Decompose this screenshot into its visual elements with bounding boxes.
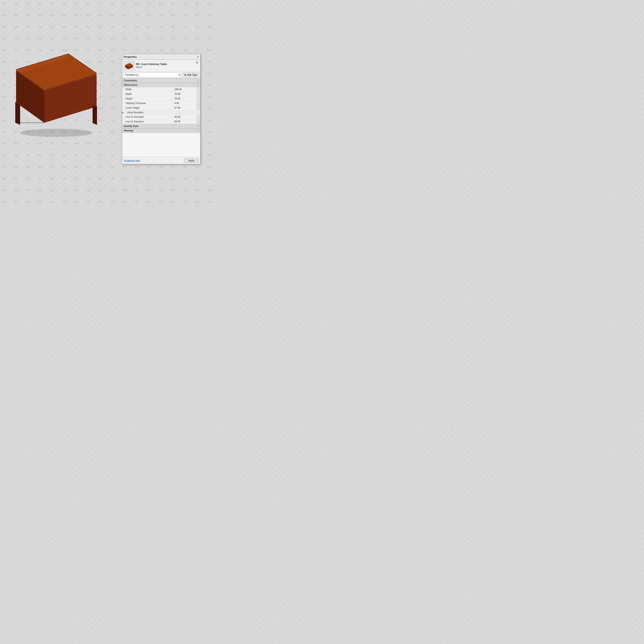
furniture-area [4,36,105,141]
panel-titlebar: Properties × [122,54,200,60]
dimensions-title: Dimensions [124,84,137,86]
svg-marker-17 [93,105,97,125]
prop-label-width: Width [122,88,172,91]
identity-data-arrow: » [197,125,199,127]
element-sub: Wood [136,66,194,69]
prop-btn-depth[interactable]: ⬜ [197,92,200,96]
identity-data-section-header[interactable]: Identity Data » [122,124,200,128]
prop-btn-line01-elevation[interactable]: ⬜ [197,115,200,119]
dimensions-arrow: « [197,84,199,86]
prop-btn-width[interactable]: ⬜ [197,87,200,92]
prop-row-height: Height 76.00 ⬜ [122,96,200,101]
constraints-section-header[interactable]: Constraints » [122,78,200,83]
prop-row-line01-elevation: Line 01 Elevation 30.00 ⬜ [122,115,200,119]
prop-row-tabletop-thickness: Tabletop Thickness 4.00 ⬜ [122,101,200,106]
panel-title: Properties [124,55,137,58]
panel-header: RD_Court Attorney Table Wood ▼ [122,60,200,72]
prop-row-width: Width 180.00 ⬜ [122,87,200,92]
prop-row-depth: Depth 76.00 ⬜ [122,92,200,96]
prop-value-cover-height: 57.00 [172,106,197,110]
element-thumbnail [124,62,134,70]
phasing-title: Phasing [124,129,133,132]
prop-label-depth: Depth [122,92,172,96]
svg-point-21 [20,129,93,137]
subsection-expand-icon: ▶ [122,111,124,114]
dimensions-section-header[interactable]: Dimensions « [122,83,200,87]
prop-label-cover-height: Cover Height [122,106,172,110]
svg-marker-15 [15,102,20,125]
prop-label-line01-elevation: Line 01 Elevation [122,115,172,119]
prop-value-height: 76.00 [172,97,197,100]
prop-btn-height[interactable]: ⬜ [197,96,200,101]
identity-data-title: Identity Data [124,125,138,128]
prop-subsection-lines-elevation[interactable]: ▶ Lines Elevation [122,110,200,115]
prop-value-line01-elevation: 30.00 [172,115,197,119]
prop-row-line02-elevation: Line 02 Elevation 50.00 ⬜ [122,119,200,124]
prop-value-width: 180.00 [172,88,197,91]
apply-button[interactable]: Apply [184,158,199,163]
constraints-title: Constraints [124,79,137,82]
prop-row-cover-height: Cover Height 57.00 ⬜ [122,106,200,110]
prop-value-line02-elevation: 50.00 [172,120,197,123]
panel-header-arrow: ▼ [195,61,199,65]
edit-type-button[interactable]: ⊞ Edit Type [183,72,199,77]
edit-type-icon: ⊞ [184,73,186,76]
phasing-section-header[interactable]: Phasing » [122,128,200,133]
furniture-svg [4,36,105,141]
prop-subsection-label: Lines Elevation [125,111,145,114]
element-name: RD_Court Attorney Table [136,63,194,66]
properties-panel: Properties × RD_Court Attorney Table Woo… [122,54,200,164]
panel-dropdown-row: Furniture (1) ⊞ Edit Type [122,72,200,78]
element-icon [124,61,134,70]
properties-help-link[interactable]: Properties help [124,159,140,162]
prop-btn-cover-height[interactable]: ⬜ [197,106,200,110]
edit-type-label: Edit Type [187,73,197,76]
constraints-arrow: » [197,79,199,82]
prop-label-line02-elevation: Line 02 Elevation [122,120,172,123]
prop-btn-line02-elevation[interactable]: ⬜ [197,119,200,124]
element-name-block: RD_Court Attorney Table Wood [136,63,194,69]
prop-value-depth: 76.00 [172,92,197,96]
prop-label-tabletop-thickness: Tabletop Thickness [122,101,172,105]
prop-value-tabletop-thickness: 4.00 [172,101,197,105]
category-dropdown[interactable]: Furniture (1) [123,72,181,77]
close-button[interactable]: × [197,56,199,58]
phasing-arrow: » [197,129,199,132]
prop-btn-tabletop-thickness[interactable]: ⬜ [197,101,200,105]
empty-area [122,133,200,157]
prop-label-height: Height [122,97,172,100]
panel-footer: Properties help Apply [122,157,200,164]
